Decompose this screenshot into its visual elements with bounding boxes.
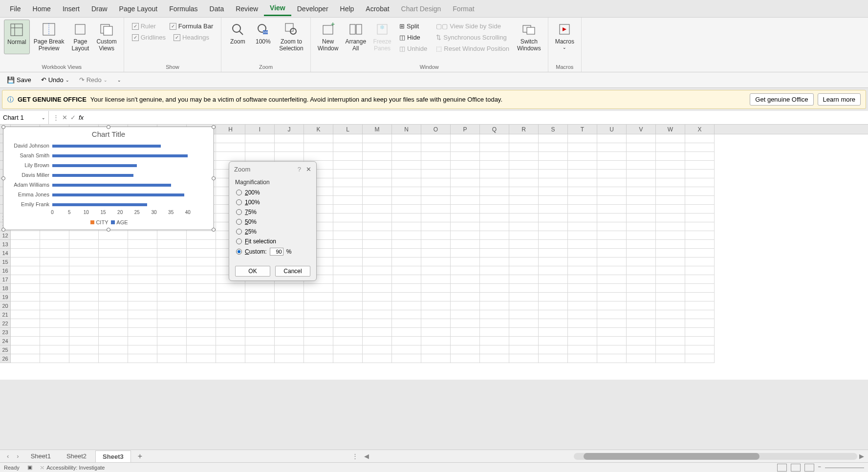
column-header-t[interactable]: T <box>568 125 597 134</box>
row-header-21[interactable]: 21 <box>0 310 10 319</box>
page-break-status-icon[interactable] <box>804 464 814 472</box>
row-header-12[interactable]: 12 <box>0 231 10 240</box>
column-header-h[interactable]: H <box>216 125 245 134</box>
column-header-x[interactable]: X <box>685 125 715 134</box>
row-header-15[interactable]: 15 <box>0 257 10 266</box>
chart-bar[interactable] <box>52 145 161 148</box>
chart-title[interactable]: Chart Title <box>3 127 214 141</box>
row-header-26[interactable]: 26 <box>0 354 10 363</box>
row-header-16[interactable]: 16 <box>0 266 10 275</box>
column-header-r[interactable]: R <box>509 125 539 134</box>
hide-button[interactable]: ◫Hide <box>397 33 429 42</box>
freeze-panes-button[interactable]: ❄ Freeze Panes <box>370 20 394 55</box>
zoom-to-selection-button[interactable]: Zoom to Selection <box>276 20 306 54</box>
dialog-close-icon[interactable]: ✕ <box>306 166 311 173</box>
column-header-l[interactable]: L <box>333 125 363 134</box>
column-header-v[interactable]: V <box>627 125 656 134</box>
column-header-u[interactable]: U <box>597 125 627 134</box>
column-header-n[interactable]: N <box>392 125 421 134</box>
custom-views-button[interactable]: Custom Views <box>93 20 119 54</box>
zoom-fit-selection-radio[interactable]: Fit selection <box>235 236 310 246</box>
dialog-cancel-button[interactable]: Cancel <box>275 266 310 277</box>
row-header-22[interactable]: 22 <box>0 319 10 328</box>
learn-more-button[interactable]: Learn more <box>818 93 861 106</box>
menu-chart-design[interactable]: Chart Design <box>395 2 447 16</box>
chart-handle-sw[interactable] <box>1 228 5 232</box>
embedded-chart[interactable]: Chart Title David JohnsonSarah SmithLily… <box>3 127 214 230</box>
zoom-25-radio[interactable]: 25% <box>235 227 310 236</box>
chart-handle-ne[interactable] <box>212 125 216 129</box>
zoom-100-radio[interactable]: 100% <box>235 197 310 207</box>
get-genuine-button[interactable]: Get genuine Office <box>750 93 813 106</box>
formula-input[interactable] <box>87 111 868 124</box>
scroll-thumb[interactable] <box>584 453 760 460</box>
page-break-button[interactable]: Page Break Preview <box>31 20 67 54</box>
chart-handle-se[interactable] <box>212 228 216 232</box>
save-button[interactable]: 💾Save <box>4 75 34 85</box>
accessibility-status[interactable]: ⛌ Accessibility: Investigate <box>40 465 105 471</box>
more-icon[interactable]: ⋮ <box>53 114 59 121</box>
menu-data[interactable]: Data <box>204 2 230 16</box>
row-header-24[interactable]: 24 <box>0 337 10 345</box>
tab-prev-icon[interactable]: ‹ <box>4 452 12 460</box>
zoom-slider[interactable] <box>825 468 864 472</box>
row-header-25[interactable]: 25 <box>0 345 10 354</box>
switch-windows-button[interactable]: Switch Windows <box>514 20 544 55</box>
column-header-k[interactable]: K <box>304 125 333 134</box>
chart-handle-w[interactable] <box>1 176 5 180</box>
zoom-200-radio[interactable]: 200% <box>235 188 310 197</box>
sheet-tab-sheet2[interactable]: Sheet2 <box>60 451 93 462</box>
column-header-i[interactable]: I <box>245 125 275 134</box>
redo-button[interactable]: ↷Redo⌄ <box>76 75 110 85</box>
row-header-18[interactable]: 18 <box>0 284 10 293</box>
macros-button[interactable]: Macros ⌄ <box>552 20 577 52</box>
menu-insert[interactable]: Insert <box>57 2 86 16</box>
menu-page-layout[interactable]: Page Layout <box>113 2 164 16</box>
menu-acrobat[interactable]: Acrobat <box>360 2 395 16</box>
row-header-19[interactable]: 19 <box>0 293 10 301</box>
page-layout-status-icon[interactable] <box>791 464 801 472</box>
dialog-titlebar[interactable]: Zoom ? ✕ <box>229 162 316 177</box>
column-header-o[interactable]: O <box>421 125 451 134</box>
customize-qat-icon[interactable]: ⌄ <box>114 78 124 83</box>
row-header-20[interactable]: 20 <box>0 301 10 310</box>
chart-bar[interactable] <box>52 184 171 187</box>
macro-record-icon[interactable]: ▣ <box>27 464 32 471</box>
chart-legend[interactable]: CITY AGE <box>3 217 214 227</box>
zoom-custom-radio[interactable]: Custom: % <box>235 246 310 257</box>
arrange-all-button[interactable]: Arrange All <box>342 20 369 55</box>
chart-plot-area[interactable]: David JohnsonSarah SmithLily BrownDavis … <box>52 141 204 210</box>
sheet-tab-sheet3[interactable]: Sheet3 <box>95 451 131 462</box>
column-header-m[interactable]: M <box>363 125 392 134</box>
dialog-help-icon[interactable]: ? <box>298 166 301 173</box>
row-header-23[interactable]: 23 <box>0 328 10 337</box>
menu-review[interactable]: Review <box>230 2 264 16</box>
scroll-left-icon[interactable]: ◀ <box>364 452 369 460</box>
horizontal-scrollbar[interactable] <box>574 453 857 460</box>
split-button[interactable]: ⊞Split <box>397 21 429 31</box>
menu-help[interactable]: Help <box>334 2 360 16</box>
fx-icon[interactable]: fx <box>79 114 84 121</box>
chart-bar[interactable] <box>52 203 147 206</box>
menu-file[interactable]: File <box>4 2 27 16</box>
chart-bar[interactable] <box>52 154 188 157</box>
add-sheet-button[interactable]: + <box>133 452 147 461</box>
page-layout-button[interactable]: Page Layout <box>68 20 92 54</box>
column-header-q[interactable]: Q <box>480 125 509 134</box>
row-header-17[interactable]: 17 <box>0 275 10 284</box>
new-window-button[interactable]: + New Window <box>315 20 342 55</box>
scroll-right-icon[interactable]: ▶ <box>859 452 864 460</box>
chart-handle-n[interactable] <box>107 125 110 129</box>
column-header-s[interactable]: S <box>539 125 568 134</box>
menu-home[interactable]: Home <box>27 2 57 16</box>
chart-bar[interactable] <box>52 174 133 177</box>
column-header-w[interactable]: W <box>656 125 685 134</box>
zoom-out-icon[interactable]: − <box>818 464 821 472</box>
zoom-custom-input[interactable] <box>270 248 283 256</box>
name-box-dropdown-icon[interactable]: ⌄ <box>42 115 45 120</box>
chart-x-axis[interactable]: 0510152025303540 <box>52 210 214 217</box>
undo-button[interactable]: ↶Undo⌄ <box>38 75 72 85</box>
zoom-button[interactable]: Zoom <box>225 20 250 54</box>
enter-formula-icon[interactable]: ✓ <box>70 114 76 121</box>
zoom-75-radio[interactable]: 75% <box>235 207 310 217</box>
